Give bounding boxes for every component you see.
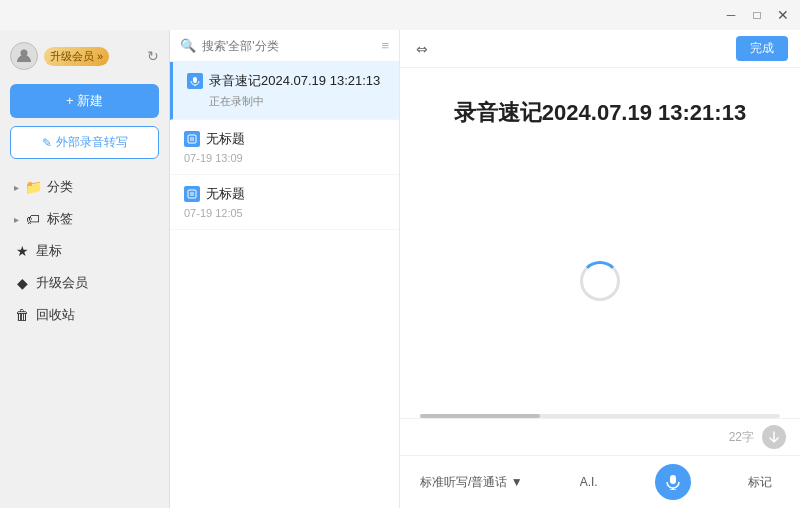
search-input[interactable] — [202, 39, 375, 53]
sidebar-item-category[interactable]: ▸ 📁 分类 — [0, 171, 169, 203]
note-item-header: 录音速记2024.07.19 13:21:13 — [187, 72, 385, 90]
maximize-button[interactable]: □ — [748, 6, 766, 24]
ai-button[interactable]: A.I. — [572, 471, 606, 493]
folder-icon: 📁 — [25, 179, 41, 195]
note-item-2[interactable]: 无标题 07-19 13:09 — [170, 120, 399, 175]
close-button[interactable]: ✕ — [774, 6, 792, 24]
content-main: 录音速记2024.07.19 13:21:13 — [400, 68, 800, 414]
note-list: 🔍 ≡ 录音速记2024.07.19 13:21:13 正在录制中 — [170, 30, 400, 508]
edit-icon: ✎ — [42, 136, 52, 150]
star-icon: ★ — [14, 243, 30, 259]
content-title: 录音速记2024.07.19 13:21:13 — [400, 68, 800, 148]
user-area: 升级会员 » ↻ — [0, 38, 169, 80]
note-icon-2 — [184, 131, 200, 147]
vip-icon: ◆ — [14, 275, 30, 291]
loading-area — [400, 148, 800, 414]
sidebar-item-label-category: 分类 — [47, 178, 73, 196]
tag-icon: 🏷 — [25, 211, 41, 227]
sidebar-item-vip[interactable]: ◆ 升级会员 — [0, 267, 169, 299]
vip-label: 升级会员 » — [50, 49, 103, 64]
sidebar-nav: ▸ 📁 分类 ▸ 🏷 标签 ★ 星标 ◆ 升级会员 🗑 回收站 — [0, 171, 169, 500]
sidebar-item-label-trash: 回收站 — [36, 306, 75, 324]
note-date-2: 07-19 13:09 — [184, 152, 385, 164]
note-item-3[interactable]: 无标题 07-19 12:05 — [170, 175, 399, 230]
vip-badge[interactable]: 升级会员 » — [44, 47, 109, 66]
titlebar: ─ □ ✕ — [0, 0, 800, 30]
refresh-button[interactable]: ↻ — [147, 48, 159, 64]
svg-rect-1 — [193, 77, 197, 83]
trash-icon: 🗑 — [14, 307, 30, 323]
filter-icon[interactable]: ≡ — [381, 38, 389, 53]
minimize-button[interactable]: ─ — [722, 6, 740, 24]
note-item-1[interactable]: 录音速记2024.07.19 13:21:13 正在录制中 — [170, 62, 399, 120]
sidebar-item-label-star: 星标 — [36, 242, 62, 260]
search-bar: 🔍 ≡ — [170, 30, 399, 62]
main-layout: 升级会员 » ↻ + 新建 ✎ 外部录音转写 ▸ 📁 分类 ▸ 🏷 标签 ★ — [0, 30, 800, 508]
import-label: 外部录音转写 — [56, 134, 128, 151]
mic-button[interactable] — [655, 464, 691, 500]
avatar — [10, 42, 38, 70]
svg-rect-3 — [188, 135, 196, 143]
sidebar-item-trash[interactable]: 🗑 回收站 — [0, 299, 169, 331]
svg-rect-9 — [670, 475, 676, 484]
sidebar: 升级会员 » ↻ + 新建 ✎ 外部录音转写 ▸ 📁 分类 ▸ 🏷 标签 ★ — [0, 30, 170, 508]
mark-button[interactable]: 标记 — [740, 470, 780, 495]
note-date-3: 07-19 12:05 — [184, 207, 385, 219]
new-button[interactable]: + 新建 — [10, 84, 159, 118]
note-title-3: 无标题 — [206, 185, 385, 203]
sidebar-item-label-tag: 标签 — [47, 210, 73, 228]
sidebar-item-label-vip: 升级会员 — [36, 274, 88, 292]
send-button[interactable] — [762, 425, 786, 449]
note-title-1: 录音速记2024.07.19 13:21:13 — [209, 72, 385, 90]
content-footer: 22字 — [400, 418, 800, 455]
sidebar-item-star[interactable]: ★ 星标 — [0, 235, 169, 267]
lang-label: 标准听写/普通话 ▼ — [420, 474, 523, 491]
import-button[interactable]: ✎ 外部录音转写 — [10, 126, 159, 159]
expand-button[interactable]: ⇔ — [412, 39, 432, 59]
toolbar-left: ⇔ — [412, 39, 432, 59]
content-area: ⇔ 完成 录音速记2024.07.19 13:21:13 22字 标准听写/普通… — [400, 30, 800, 508]
sidebar-item-tag[interactable]: ▸ 🏷 标签 — [0, 203, 169, 235]
note-item-header-2: 无标题 — [184, 130, 385, 148]
done-button[interactable]: 完成 — [736, 36, 788, 61]
loading-spinner — [580, 261, 620, 301]
svg-rect-6 — [188, 190, 196, 198]
search-icon: 🔍 — [180, 38, 196, 53]
user-badge: 升级会员 » — [10, 42, 109, 70]
chevron-icon: ▸ — [14, 214, 19, 225]
note-icon-3 — [184, 186, 200, 202]
note-title-2: 无标题 — [206, 130, 385, 148]
recording-icon — [187, 73, 203, 89]
note-status-1: 正在录制中 — [209, 94, 385, 109]
lang-select[interactable]: 标准听写/普通话 ▼ — [420, 474, 523, 491]
content-toolbar: ⇔ 完成 — [400, 30, 800, 68]
bottom-toolbar: 标准听写/普通话 ▼ A.I. 标记 — [400, 455, 800, 508]
char-count: 22字 — [729, 429, 754, 446]
chevron-icon: ▸ — [14, 182, 19, 193]
note-item-header-3: 无标题 — [184, 185, 385, 203]
